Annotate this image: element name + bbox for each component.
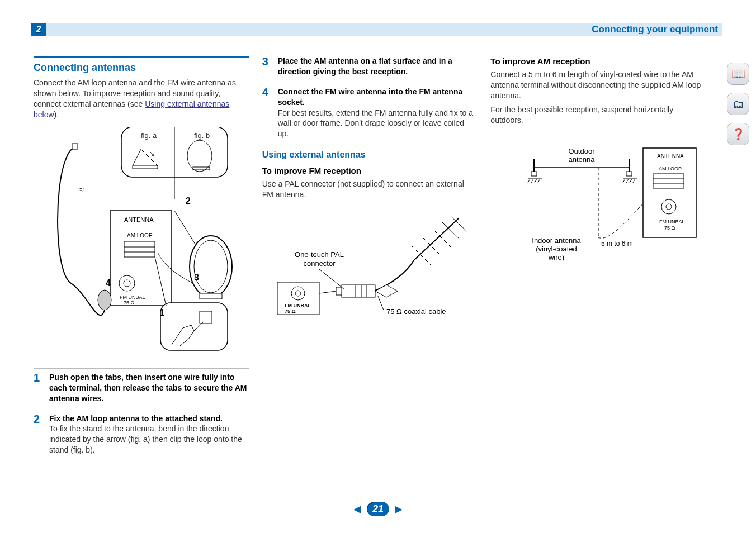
- svg-line-47: [319, 269, 344, 289]
- page-number-badge: 21: [367, 502, 389, 516]
- svg-rect-10: [110, 211, 172, 306]
- intro-text-after: ).: [54, 110, 59, 119]
- step-description: For best results, extend the FM antenna …: [278, 108, 478, 140]
- svg-text:75 Ω: 75 Ω: [124, 300, 135, 306]
- fm-external-illustration: One-touch PAL connector 75 Ω coaxial cab…: [262, 207, 478, 330]
- svg-text:4: 4: [106, 278, 111, 288]
- step-title: Connect the FM wire antenna into the FM …: [278, 87, 478, 108]
- step-title: Place the AM antenna on a flat surface a…: [278, 56, 478, 77]
- svg-rect-41: [336, 287, 342, 295]
- section-heading-connecting-antennas: Connecting antennas: [34, 56, 249, 74]
- fm-paragraph: Use a PAL connector (not supplied) to co…: [262, 179, 478, 200]
- column-3: To improve AM reception Connect a 5 m to…: [490, 56, 706, 488]
- content-columns: Connecting antennas Connect the AM loop …: [34, 56, 706, 488]
- subheading-using-external-antennas: Using external antennas: [262, 145, 478, 161]
- svg-point-51: [291, 287, 305, 300]
- subheading-improve-am: To improve AM reception: [490, 56, 706, 67]
- svg-text:FM UNBAL: FM UNBAL: [120, 294, 145, 300]
- help-icon[interactable]: ❓: [727, 123, 749, 145]
- svg-text:fig. a: fig. a: [141, 131, 157, 140]
- svg-point-25: [194, 240, 228, 293]
- svg-point-21: [98, 290, 111, 310]
- svg-line-70: [633, 179, 635, 183]
- svg-rect-29: [160, 303, 228, 350]
- am-paragraph-2: For the best possible reception, suspend…: [490, 104, 706, 126]
- svg-point-16: [119, 275, 135, 291]
- svg-text:FM UNBAL: FM UNBAL: [659, 219, 685, 225]
- svg-line-62: [528, 179, 530, 183]
- svg-rect-60: [626, 172, 632, 176]
- step-2: 2 Fix the AM loop antenna to the attache…: [34, 410, 249, 456]
- svg-text:≈: ≈: [79, 185, 84, 194]
- svg-rect-59: [531, 172, 537, 176]
- svg-line-68: [626, 179, 629, 183]
- svg-text:2: 2: [186, 196, 191, 206]
- step-number: 1: [34, 372, 44, 404]
- svg-line-55: [319, 291, 336, 293]
- svg-point-24: [190, 236, 232, 297]
- chapter-number-badge: 2: [31, 23, 46, 36]
- header-title: Connecting your equipment: [592, 24, 722, 35]
- subheading-improve-fm: To improve FM reception: [262, 165, 478, 177]
- prev-page-arrow[interactable]: ◀: [353, 503, 361, 515]
- svg-text:FM UNBAL: FM UNBAL: [285, 303, 311, 308]
- svg-line-35: [412, 246, 431, 265]
- svg-rect-31: [200, 311, 212, 323]
- step-4: 4 Connect the FM wire antenna into the F…: [262, 83, 478, 139]
- step-title: Fix the AM loop antenna to the attached …: [49, 413, 249, 424]
- am-paragraph-1: Connect a 5 m to 6 m length of vinyl-coa…: [490, 69, 706, 101]
- step-1: 1 Push open the tabs, then insert one wi…: [34, 368, 249, 404]
- contents-icon[interactable]: 📖: [727, 63, 749, 85]
- header-bar: 2 Connecting your equipment: [32, 23, 722, 36]
- column-1: Connecting antennas Connect the AM loop …: [34, 56, 249, 488]
- next-page-arrow[interactable]: ▶: [395, 503, 403, 515]
- svg-line-34: [414, 218, 459, 260]
- svg-text:antenna: antenna: [568, 155, 595, 164]
- svg-rect-26: [200, 293, 222, 299]
- am-external-illustration: Outdoor antenna 5 m to 6 m Indoor antenn…: [490, 137, 706, 265]
- svg-rect-13: [124, 241, 155, 257]
- svg-line-49: [378, 296, 384, 310]
- svg-text:75 Ω: 75 Ω: [285, 308, 296, 314]
- svg-text:1: 1: [159, 308, 164, 317]
- step-number: 3: [262, 56, 272, 77]
- svg-line-37: [433, 229, 452, 249]
- svg-text:(vinyl-coated: (vinyl-coated: [536, 245, 577, 253]
- svg-text:↘: ↘: [149, 150, 155, 158]
- svg-text:ANTENNA: ANTENNA: [124, 216, 154, 223]
- svg-text:ANTENNA: ANTENNA: [657, 153, 684, 159]
- svg-text:AM LOOP: AM LOOP: [659, 166, 682, 172]
- svg-line-64: [535, 179, 537, 183]
- svg-rect-22: [72, 144, 78, 149]
- step-description: To fix the stand to the antenna, bend in…: [49, 423, 249, 455]
- svg-text:5 m to 6 m: 5 m to 6 m: [601, 240, 633, 248]
- svg-line-67: [623, 179, 625, 183]
- svg-text:3: 3: [194, 273, 199, 282]
- svg-line-36: [423, 237, 442, 257]
- svg-point-84: [662, 199, 676, 214]
- svg-line-27: [174, 211, 195, 244]
- step-3: 3 Place the AM antenna on a flat surface…: [262, 56, 478, 77]
- step-number: 2: [34, 413, 44, 456]
- svg-line-65: [538, 179, 540, 183]
- svg-text:75 Ω coaxial cable: 75 Ω coaxial cable: [386, 307, 446, 316]
- page-navigation: ◀ 21 ▶: [0, 502, 756, 516]
- svg-text:Outdoor: Outdoor: [568, 147, 595, 155]
- device-icon[interactable]: 🗂: [727, 93, 749, 115]
- svg-text:fig. b: fig. b: [194, 131, 210, 140]
- svg-line-69: [630, 179, 632, 183]
- svg-text:One-touch PAL: One-touch PAL: [295, 250, 344, 259]
- antenna-connection-illustration: fig. a fig. b ↘ 2 ANTENNA AM LOOP: [34, 127, 249, 361]
- svg-text:Indoor antenna: Indoor antenna: [532, 236, 581, 245]
- svg-text:75 Ω: 75 Ω: [664, 225, 675, 231]
- svg-text:AM LOOP: AM LOOP: [127, 232, 153, 239]
- step-title: Push open the tabs, then insert one wire…: [49, 372, 249, 404]
- svg-text:wire): wire): [548, 253, 564, 261]
- intro-paragraph: Connect the AM loop antenna and the FM w…: [34, 78, 249, 120]
- side-nav: 📖 🗂 ❓: [727, 63, 749, 145]
- column-2: 3 Place the AM antenna on a flat surface…: [262, 56, 478, 488]
- svg-rect-40: [342, 285, 375, 297]
- svg-line-63: [531, 179, 533, 183]
- svg-text:connector: connector: [303, 259, 336, 268]
- step-number: 4: [262, 87, 272, 139]
